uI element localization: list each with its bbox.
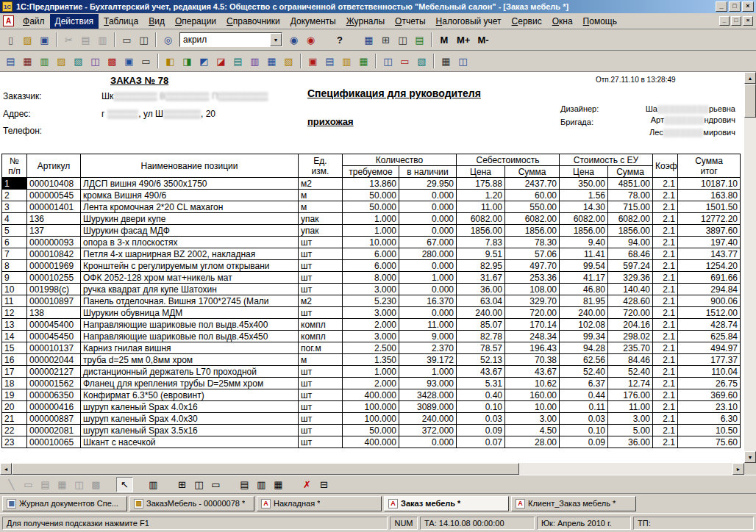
table-cell[interactable]: 235.70	[608, 342, 653, 354]
table-cell[interactable]: 12.74	[608, 378, 653, 389]
table-cell[interactable]: 11.00	[608, 401, 653, 413]
table-cell[interactable]: 5.230	[343, 295, 399, 307]
table-cell[interactable]: 5.00	[608, 425, 653, 436]
table-cell[interactable]: 2.1	[653, 342, 678, 354]
table-cell[interactable]: 400.000	[343, 389, 399, 401]
minimize-button[interactable]: _	[716, 1, 727, 12]
invoice-doc-button[interactable]: ▣	[304, 53, 321, 69]
merge-cells-button[interactable]: ▭	[207, 477, 224, 492]
table-cell[interactable]: 0.000	[399, 284, 457, 295]
table-cell[interactable]: 5	[2, 225, 27, 237]
table-cell[interactable]: 0.03	[457, 413, 505, 425]
vertical-scrollbar[interactable]: ▲ ▼	[744, 72, 756, 463]
table-cell[interactable]: шт	[299, 389, 343, 401]
warehouses-button[interactable]: ▤	[229, 53, 246, 69]
table-cell[interactable]: 2437.70	[505, 178, 560, 190]
table-cell[interactable]: 36.00	[608, 436, 653, 448]
menu-item-journals[interactable]: Журналы	[341, 14, 390, 29]
table-cell[interactable]: 0.10	[560, 425, 608, 436]
show-sections-button[interactable]: ▤	[236, 477, 253, 492]
table-cell[interactable]: 4851.00	[608, 178, 653, 190]
table-cell[interactable]: Конфирмат 6.3*50 (евровинт)	[81, 389, 299, 401]
cash-button[interactable]: ▧	[280, 53, 297, 69]
table-cell[interactable]: 1.56	[560, 190, 608, 201]
table-cell[interactable]: Шурукин обувница МДМ	[81, 307, 299, 319]
table-edit-button[interactable]: ⊞	[377, 32, 394, 48]
table-cell[interactable]: 5.31	[457, 378, 505, 389]
table-cell[interactable]: 2.1	[653, 307, 678, 319]
table-cell[interactable]: 720.00	[608, 307, 653, 319]
table-cell[interactable]: 1512.00	[678, 307, 741, 319]
table-cell[interactable]: 3.000	[343, 284, 399, 295]
table-cell[interactable]: 20	[2, 401, 27, 413]
table-cell[interactable]: 4.50	[505, 425, 560, 436]
memory-add-button[interactable]: М+	[453, 32, 474, 48]
table-cell[interactable]: 138	[27, 307, 81, 319]
table-cell[interactable]: 000000093	[27, 237, 81, 248]
table-cell[interactable]: 494.97	[678, 342, 741, 354]
table-cell[interactable]: 94.28	[560, 342, 608, 354]
table-cell[interactable]: Панель отделочная. Вишня 1700*2745 (Мали	[81, 295, 299, 307]
table-cell[interactable]: 000001401	[27, 201, 81, 213]
receipt-doc-button[interactable]: ▥	[338, 53, 355, 69]
table-cell[interactable]: 350.00	[560, 178, 608, 190]
table-cell[interactable]: 2.1	[653, 237, 678, 248]
table-cell[interactable]: 4	[2, 213, 27, 225]
table-cell[interactable]: м	[299, 201, 343, 213]
table-cell[interactable]: 1856.00	[505, 225, 560, 237]
table-cell[interactable]: 10.62	[505, 378, 560, 389]
table-cell[interactable]: 82.78	[457, 331, 505, 342]
contractors-button[interactable]: ◩	[196, 53, 213, 69]
table-cell[interactable]: 13	[2, 319, 27, 331]
menu-item-actions[interactable]: Действия	[50, 14, 99, 29]
insert-section-button[interactable]: ⊞	[174, 477, 190, 492]
table-cell[interactable]: 428.60	[608, 295, 653, 307]
table-cell[interactable]: 22	[2, 425, 27, 436]
table-cell[interactable]: 0.03	[560, 413, 608, 425]
table-cell[interactable]: Направляющие шариковые пол выдв.45х400	[81, 319, 299, 331]
table-cell[interactable]: м2	[299, 295, 343, 307]
table-cell[interactable]: шт	[299, 378, 343, 389]
memory-recall-button[interactable]: М	[435, 32, 453, 48]
table-cell[interactable]: шт	[299, 307, 343, 319]
table-cell[interactable]: 000010065	[27, 436, 81, 448]
menu-item-references[interactable]: Справочники	[221, 14, 285, 29]
pointer-tool-button[interactable]: ↖	[116, 477, 133, 492]
table-cell[interactable]: 160.00	[505, 389, 560, 401]
table-cell[interactable]: 70.38	[505, 354, 560, 366]
table-cell[interactable]: 36.00	[457, 284, 505, 295]
table-cell[interactable]: 78.30	[505, 237, 560, 248]
close-button[interactable]: ×	[742, 1, 754, 12]
table-cell[interactable]: 6.000	[343, 248, 399, 260]
menu-item-file[interactable]: Файл	[18, 14, 50, 29]
table-cell[interactable]: 9.51	[457, 248, 505, 260]
table-cell[interactable]: шуруп каленый Spax 4.0х16	[81, 401, 299, 413]
table-cell[interactable]: 11.000	[399, 319, 457, 331]
table-cell[interactable]: 50.000	[343, 425, 399, 436]
table-cell[interactable]: 1.000	[343, 366, 399, 378]
table-cell[interactable]: 000010408	[27, 178, 81, 190]
table-cell[interactable]: Лента кромочная 2*20 CL махагон	[81, 201, 299, 213]
table-cell[interactable]: ОФК 2052-128 хром мат+никель мат	[81, 272, 299, 284]
table-cell[interactable]: шуруп каленый Spax 3.5х16	[81, 425, 299, 436]
payment-doc-button[interactable]: ▤	[321, 53, 338, 69]
table-cell[interactable]: шт	[299, 284, 343, 295]
table-cell[interactable]: шт	[299, 248, 343, 260]
table-cell[interactable]: 140.40	[608, 284, 653, 295]
table-cell[interactable]: 000002127	[27, 366, 81, 378]
table-cell[interactable]: 2.1	[653, 331, 678, 342]
table-cell[interactable]: 204.16	[608, 319, 653, 331]
table-cell[interactable]: 253.36	[505, 272, 560, 284]
table-cell[interactable]: Шкант с насечкой	[81, 436, 299, 448]
table-cell[interactable]: 0.000	[399, 213, 457, 225]
table-cell[interactable]: 2.1	[653, 213, 678, 225]
table-cell[interactable]: труба d=25 мм 0,8мм хром	[81, 354, 299, 366]
table-cell[interactable]: 52.40	[608, 366, 653, 378]
black-white-view-button[interactable]: ⊟	[315, 477, 332, 492]
table-cell[interactable]: 60.00	[505, 190, 560, 201]
table-cell[interactable]: 000006350	[27, 389, 81, 401]
table-cell[interactable]: 000000545	[27, 190, 81, 201]
table-cell[interactable]: 2.1	[653, 354, 678, 366]
table-cell[interactable]: 1856.00	[608, 225, 653, 237]
table-cell[interactable]: 0.09	[560, 436, 608, 448]
